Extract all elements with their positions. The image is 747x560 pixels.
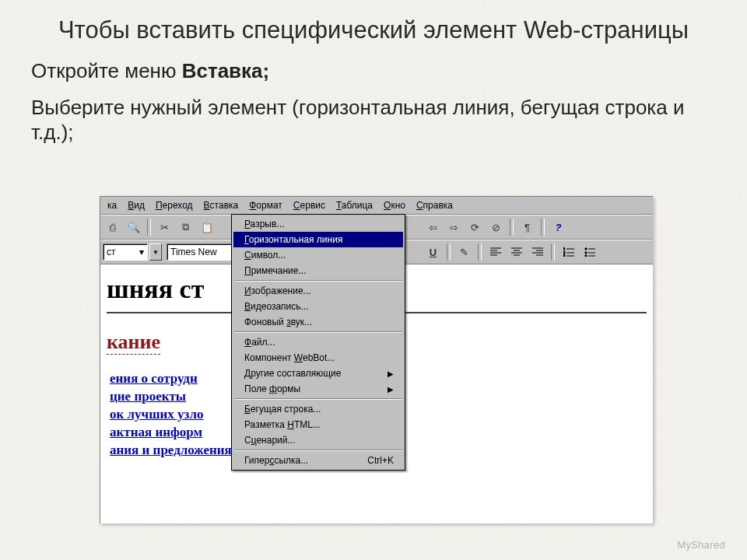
separator: [551, 243, 555, 261]
instruction-1: Откройте меню Вставка;: [31, 58, 716, 84]
menu-item[interactable]: Вид: [122, 198, 150, 212]
watermark: MyShared: [677, 539, 725, 551]
stop-icon[interactable]: ⊘: [486, 218, 506, 236]
shortcut-label: Ctrl+K: [367, 455, 394, 466]
menu-dropdown-item[interactable]: Другие составляющие▶: [233, 366, 403, 381]
menu-separator: [234, 280, 402, 282]
forward-icon[interactable]: ⇨: [444, 218, 464, 236]
help-icon[interactable]: ?: [549, 218, 568, 236]
app-screenshot: каВидПереходВставкаФорматСервисТаблицаОк…: [100, 196, 653, 523]
doc-section: кание: [107, 331, 160, 355]
cut-icon[interactable]: ✂: [155, 218, 174, 236]
menu-dropdown-item[interactable]: Сценарий...: [233, 432, 403, 448]
list-bullet-icon[interactable]: [580, 243, 599, 261]
instruction-1-text: Откройте меню: [31, 59, 182, 82]
style-select[interactable]: ст ▾: [103, 243, 148, 261]
svg-text:3: 3: [563, 254, 566, 257]
menu-item[interactable]: ка: [102, 198, 122, 212]
menu-dropdown-item[interactable]: Разметка HTML...: [233, 417, 403, 432]
slide: Чтобы вставить специфический элемент Web…: [0, 0, 747, 560]
menu-item[interactable]: Формат: [244, 198, 288, 212]
copy-icon[interactable]: ⧉: [176, 218, 195, 236]
menu-dropdown-item[interactable]: Примечание...: [233, 263, 403, 278]
svg-point-20: [584, 252, 586, 254]
menu-item[interactable]: Справка: [411, 198, 458, 212]
menu-item[interactable]: Окно: [378, 198, 411, 212]
menu-separator: [234, 331, 402, 333]
menu-dropdown-item[interactable]: Фоновый звук...: [233, 314, 403, 330]
menu-dropdown-item[interactable]: Бегущая строка...: [233, 401, 403, 417]
align-left-icon[interactable]: [486, 243, 505, 261]
separator: [541, 219, 545, 236]
menu-dropdown-item[interactable]: Горизонтальная линия: [233, 232, 403, 247]
instruction-1-bold: Вставка;: [182, 59, 270, 82]
separator: [447, 243, 451, 261]
submenu-arrow-icon: ▶: [388, 385, 394, 394]
menu-dropdown-item[interactable]: Изображение...: [233, 283, 403, 299]
menu-dropdown-item[interactable]: Разрыв...: [233, 216, 403, 232]
svg-point-22: [584, 255, 586, 257]
refresh-icon[interactable]: ⟳: [465, 218, 485, 236]
menu-item[interactable]: Сервис: [288, 198, 331, 212]
font-value: Times New: [170, 247, 217, 257]
svg-point-18: [584, 248, 586, 250]
menu-dropdown-item[interactable]: Компонент WebBot...: [233, 350, 403, 366]
dropdown-icon[interactable]: ▼: [149, 243, 162, 261]
menu-dropdown-item[interactable]: Файл...: [233, 334, 403, 350]
separator: [510, 219, 514, 236]
menu-item[interactable]: Вставка: [198, 198, 244, 212]
menu-separator: [234, 450, 402, 451]
print-icon[interactable]: ⎙: [103, 218, 122, 236]
pilcrow-icon[interactable]: ¶: [517, 218, 537, 236]
align-right-icon[interactable]: [528, 243, 547, 261]
underline-icon[interactable]: U: [423, 243, 443, 261]
menubar: каВидПереходВставкаФорматСервисТаблицаОк…: [100, 197, 653, 215]
back-icon[interactable]: ⇦: [423, 218, 443, 236]
preview-icon[interactable]: 🔍: [124, 218, 143, 236]
slide-title: Чтобы вставить специфический элемент Web…: [31, 16, 716, 44]
paste-icon[interactable]: 📋: [197, 218, 216, 236]
menu-item[interactable]: Переход: [150, 198, 198, 212]
style-value: ст: [107, 247, 116, 257]
submenu-arrow-icon: ▶: [388, 369, 394, 378]
font-select[interactable]: Times New: [167, 243, 235, 261]
align-center-icon[interactable]: [507, 243, 526, 261]
separator: [478, 243, 482, 261]
menu-dropdown-item[interactable]: Гиперссылка...Ctrl+K: [233, 453, 403, 468]
menu-dropdown-item[interactable]: Символ...: [233, 247, 403, 263]
instruction-2: Выберите нужный элемент (горизонтальная …: [31, 95, 716, 145]
menu-item[interactable]: Таблица: [331, 198, 378, 212]
insert-menu-dropdown: Разрыв...Горизонтальная линияСимвол...Пр…: [231, 214, 405, 471]
menu-separator: [234, 398, 402, 400]
menu-dropdown-item[interactable]: Поле формы▶: [233, 381, 403, 397]
highlight-icon[interactable]: ✎: [454, 243, 474, 261]
list-num-icon[interactable]: 123: [559, 243, 578, 261]
menu-dropdown-item[interactable]: Видеозапись...: [233, 299, 403, 314]
separator: [147, 219, 151, 236]
